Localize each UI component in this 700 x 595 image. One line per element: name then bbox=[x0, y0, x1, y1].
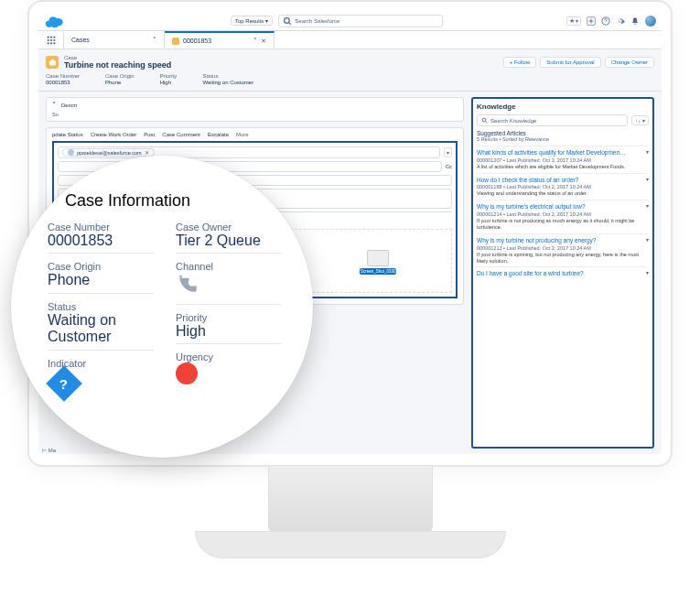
field-label: Status bbox=[48, 301, 154, 312]
field-value: Tier 2 Queue bbox=[176, 233, 282, 254]
change-owner-button[interactable]: Change Owner bbox=[605, 57, 654, 68]
search-icon bbox=[481, 117, 488, 124]
article-menu-icon[interactable]: ▾ bbox=[646, 148, 649, 155]
chevron-down-icon: ˅ bbox=[253, 38, 257, 45]
add-icon[interactable] bbox=[587, 16, 596, 26]
favorites-button[interactable]: ★▾ bbox=[566, 16, 581, 26]
help-icon[interactable] bbox=[601, 16, 610, 26]
knowledge-section: Suggested Articles bbox=[477, 130, 649, 136]
article-menu-icon[interactable]: ▾ bbox=[646, 202, 649, 209]
detail-col-right: Case OwnerTier 2 Queue Channel PriorityH… bbox=[176, 222, 282, 395]
indicator-icon: ? bbox=[46, 365, 82, 402]
field-label: Priority bbox=[160, 73, 178, 79]
field-label: Case Origin bbox=[105, 73, 135, 79]
field-value: Phone bbox=[48, 272, 154, 293]
article-menu-icon[interactable]: ▾ bbox=[646, 236, 649, 243]
section-title: Case Information bbox=[65, 191, 190, 211]
field-value bbox=[176, 272, 282, 304]
article-meta: 000001214 • Last Published: Oct 2, 2017 … bbox=[477, 211, 649, 217]
chevron-down-icon: ˅ bbox=[153, 37, 156, 44]
notification-icon[interactable] bbox=[630, 16, 640, 26]
scope-label: Top Results bbox=[235, 18, 264, 24]
svg-point-7 bbox=[47, 36, 48, 38]
tab-escalate[interactable]: Escalate bbox=[208, 132, 229, 137]
description-header[interactable]: ˅ Descri bbox=[47, 98, 463, 112]
knowledge-article[interactable]: ▾Do I have a good site for a wind turbin… bbox=[477, 266, 649, 280]
header-actions: ★▾ bbox=[566, 16, 656, 27]
close-icon[interactable]: ✕ bbox=[145, 150, 149, 156]
svg-point-3 bbox=[51, 21, 59, 27]
tab-case-comment[interactable]: Case Comment bbox=[162, 132, 200, 137]
field-value: High bbox=[176, 323, 282, 344]
avatar-icon bbox=[68, 149, 74, 156]
tab-create-wo[interactable]: Create Work Order bbox=[91, 132, 137, 137]
magnifier-detail: ˅ Case Information Case Number00001853 C… bbox=[11, 156, 313, 458]
follow-button[interactable]: + Follow bbox=[503, 57, 537, 68]
svg-point-4 bbox=[285, 17, 290, 23]
utility-bar[interactable]: ⊨ Ma bbox=[42, 447, 56, 453]
submit-approval-button[interactable]: Submit for Approval bbox=[540, 57, 600, 68]
field-value: 00001853 bbox=[46, 80, 80, 85]
article-menu-icon[interactable]: ▾ bbox=[646, 269, 649, 276]
app-launcher[interactable] bbox=[38, 31, 64, 49]
knowledge-search[interactable]: Search Knowledge bbox=[477, 114, 628, 126]
article-desc: If your turbine is spinning, but not pro… bbox=[477, 252, 649, 265]
article-title[interactable]: Do I have a good site for a wind turbine… bbox=[477, 270, 649, 277]
workspace-tabs: Cases ˅ 00001853 ˅ ✕ bbox=[38, 31, 662, 49]
section-header[interactable]: ˅ Case Information bbox=[48, 190, 282, 211]
field-value: 00001853 bbox=[48, 233, 154, 254]
sort-button[interactable]: ↑↓ ▾ bbox=[631, 115, 649, 125]
tab-update-status[interactable]: pdate Status bbox=[52, 132, 83, 137]
global-search[interactable]: Search Salesforce bbox=[278, 15, 443, 27]
tab-post[interactable]: Post bbox=[144, 132, 155, 137]
article-title[interactable]: Why is my turbine not producing any ener… bbox=[477, 237, 649, 244]
description-card: ˅ Descri Su bbox=[46, 97, 464, 122]
record-header: Case Turbine not reaching speed + Follow… bbox=[46, 55, 654, 70]
attachment-thumb[interactable]: Screen_Shot_0330_180.png bbox=[360, 250, 396, 275]
attachment-name: Screen_Shot_0330_180.png bbox=[360, 268, 396, 275]
avatar[interactable] bbox=[645, 16, 656, 27]
knowledge-article[interactable]: ▾How do I check the status of an order?0… bbox=[477, 173, 649, 200]
tab-more[interactable]: More bbox=[236, 132, 249, 137]
svg-point-15 bbox=[53, 42, 55, 44]
gear-icon[interactable] bbox=[616, 16, 625, 26]
image-icon bbox=[367, 250, 389, 266]
svg-point-12 bbox=[53, 38, 55, 40]
tab-case-record[interactable]: 00001853 ˅ ✕ bbox=[165, 31, 275, 49]
description-label: Descri bbox=[61, 103, 77, 108]
article-desc: Viewing and understanding the status of … bbox=[477, 190, 649, 197]
tab-cases[interactable]: Cases ˅ bbox=[64, 31, 165, 49]
search-placeholder: Search Salesforce bbox=[295, 18, 339, 24]
activity-tabs: pdate Status Create Work Order Post Case… bbox=[47, 128, 463, 141]
chevron-down-icon: ▾ bbox=[265, 17, 268, 24]
cc-label: Cc bbox=[446, 164, 452, 169]
svg-point-11 bbox=[49, 38, 51, 40]
article-menu-icon[interactable]: ▾ bbox=[646, 176, 649, 182]
phone-icon bbox=[176, 272, 199, 296]
svg-point-8 bbox=[49, 36, 51, 38]
knowledge-article[interactable]: ▾Why is my turbine's electrical output l… bbox=[477, 200, 649, 233]
knowledge-title: Knowledge bbox=[477, 103, 649, 111]
monitor-base bbox=[195, 531, 506, 558]
svg-point-14 bbox=[49, 42, 51, 44]
svg-rect-16 bbox=[49, 60, 56, 65]
article-meta: 000001188 • Last Published: Oct 2, 2017 … bbox=[477, 184, 649, 189]
knowledge-article[interactable]: ▾What kinds of activities qualify for Ma… bbox=[477, 146, 649, 173]
search-scope[interactable]: Top Results ▾ bbox=[231, 16, 273, 26]
svg-point-13 bbox=[47, 42, 48, 44]
knowledge-search-placeholder: Search Knowledge bbox=[490, 118, 536, 124]
svg-point-10 bbox=[47, 38, 48, 40]
record-actions: + Follow Submit for Approval Change Owne… bbox=[503, 57, 654, 68]
article-title[interactable]: How do I check the status of an order? bbox=[477, 177, 649, 184]
email-to-field[interactable]: ppateldesai@salesforce.com ✕ bbox=[58, 146, 440, 158]
article-title[interactable]: What kinds of activities qualify for Mar… bbox=[477, 149, 649, 157]
close-icon[interactable]: ✕ bbox=[261, 38, 266, 45]
brand-icon bbox=[44, 15, 64, 27]
article-title[interactable]: Why is my turbine's electrical output lo… bbox=[477, 203, 649, 211]
chevron-down-icon: ˅ bbox=[52, 101, 56, 109]
recipient-pill[interactable]: ppateldesai@salesforce.com ✕ bbox=[62, 148, 155, 157]
urgency-indicator bbox=[176, 362, 198, 384]
knowledge-panel: Knowledge Search Knowledge ↑↓ ▾ Suggeste… bbox=[471, 97, 654, 449]
knowledge-article[interactable]: ▾Why is my turbine not producing any ene… bbox=[477, 233, 649, 267]
dropdown-icon[interactable]: ▾ bbox=[444, 147, 452, 157]
